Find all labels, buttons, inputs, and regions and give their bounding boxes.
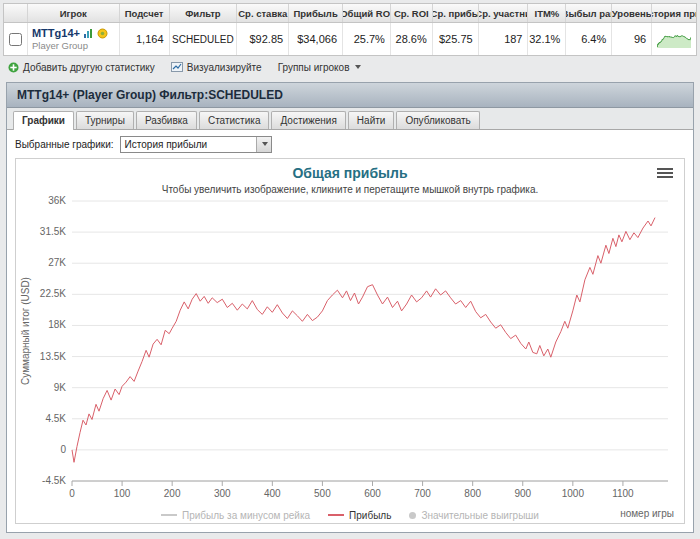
chart-legend: Прибыль за минусом рейка Прибыль Значите… bbox=[16, 507, 684, 523]
tab-find[interactable]: Найти bbox=[348, 111, 395, 129]
col-header-count[interactable]: Подсчет bbox=[120, 4, 170, 22]
svg-text:900: 900 bbox=[514, 488, 531, 499]
plus-icon bbox=[8, 62, 19, 73]
cell-level: 96 bbox=[612, 23, 652, 55]
player-groups-dropdown[interactable]: Группы игроков bbox=[278, 62, 362, 73]
selected-charts-label: Выбранные графики: bbox=[15, 139, 114, 150]
profit-chart-plot[interactable]: -4.5K04.5K9K13.5K18K22.5K27K31.5K36K0100… bbox=[20, 195, 680, 507]
svg-text:100: 100 bbox=[114, 488, 131, 499]
line-marker-icon bbox=[161, 514, 177, 516]
chart-title: Общая прибыль bbox=[16, 159, 684, 181]
chart-select[interactable]: История прибыли bbox=[120, 136, 272, 153]
svg-text:0: 0 bbox=[69, 488, 75, 499]
legend-item-profit-minus-rake[interactable]: Прибыль за минусом рейка bbox=[161, 510, 310, 521]
y-axis-title: Суммарный итог (USD) bbox=[20, 251, 31, 411]
svg-text:9K: 9K bbox=[54, 382, 67, 393]
svg-text:18K: 18K bbox=[48, 319, 66, 330]
add-statistic-label: Добавить другую статистику bbox=[23, 62, 155, 73]
svg-text:400: 400 bbox=[264, 488, 281, 499]
tab-breakdown[interactable]: Разбивка bbox=[136, 111, 197, 129]
chart-select-value: История прибыли bbox=[125, 139, 207, 150]
svg-text:500: 500 bbox=[314, 488, 331, 499]
chart-icon bbox=[83, 28, 94, 39]
svg-text:800: 800 bbox=[464, 488, 481, 499]
cell-itm: 32.1% bbox=[528, 23, 566, 55]
legend-item-significant-wins[interactable]: Значительные выигрыши bbox=[409, 510, 539, 521]
tab-tournaments[interactable]: Турниры bbox=[76, 111, 134, 129]
chevron-down-icon bbox=[355, 65, 361, 69]
player-stats-table: Игрок Подсчет Фильтр Ср. ставка Прибыль … bbox=[3, 3, 697, 56]
player-name[interactable]: MTTg14+ bbox=[32, 27, 80, 39]
cell-count: 1,164 bbox=[120, 23, 170, 55]
chart-menu-icon[interactable] bbox=[657, 168, 673, 180]
chart-subtitle: Чтобы увеличить изображение, кликните и … bbox=[16, 181, 684, 195]
cell-profit: $34,066 bbox=[289, 23, 343, 55]
cell-early-bustout: 6.4% bbox=[566, 23, 612, 55]
col-header-level[interactable]: Уровень bbox=[612, 4, 652, 22]
table-row: MTTg14+ Player Group 1,164 SCHEDULED $92… bbox=[4, 23, 696, 55]
col-header-filter[interactable]: Фильтр bbox=[170, 4, 238, 22]
col-header-avg-entrants[interactable]: Ср. участни bbox=[479, 4, 529, 22]
panel-title: MTTg14+ (Player Group) Фильтр:SCHEDULED bbox=[17, 88, 283, 102]
svg-text:0: 0 bbox=[60, 444, 66, 455]
profit-chart: Общая прибыль Чтобы увеличить изображени… bbox=[15, 158, 685, 524]
legend-item-profit[interactable]: Прибыль bbox=[328, 510, 391, 521]
svg-text:200: 200 bbox=[164, 488, 181, 499]
col-header-early-bustout[interactable]: Выбыл ран bbox=[566, 4, 612, 22]
cell-total-roi: 25.7% bbox=[343, 23, 391, 55]
col-header-total-roi[interactable]: Общий ROI bbox=[343, 4, 391, 22]
tab-achievements[interactable]: Достижения bbox=[271, 111, 345, 129]
col-header-avg-profit[interactable]: Ср. прибы bbox=[433, 4, 479, 22]
svg-text:700: 700 bbox=[414, 488, 431, 499]
visualize-button[interactable]: Визуализируйте bbox=[171, 62, 262, 73]
profit-sparkline bbox=[657, 29, 691, 49]
svg-text:-4.5K: -4.5K bbox=[42, 475, 66, 486]
cell-filter: SCHEDULED bbox=[170, 23, 238, 55]
tab-publish[interactable]: Опубликовать bbox=[396, 111, 479, 129]
svg-text:22.5K: 22.5K bbox=[40, 288, 66, 299]
col-header-itm[interactable]: ITM% bbox=[528, 4, 566, 22]
svg-text:1000: 1000 bbox=[562, 488, 585, 499]
svg-text:13.5K: 13.5K bbox=[40, 351, 66, 362]
tab-charts[interactable]: Графики bbox=[13, 111, 74, 130]
circle-marker-icon bbox=[409, 512, 416, 519]
stats-table-header: Игрок Подсчет Фильтр Ср. ставка Прибыль … bbox=[4, 4, 696, 23]
cell-avg-stake: $92.85 bbox=[237, 23, 289, 55]
cell-avg-profit: $25.75 bbox=[433, 23, 479, 55]
tab-statistics[interactable]: Статистика bbox=[199, 111, 270, 129]
add-statistic-button[interactable]: Добавить другую статистику bbox=[8, 62, 155, 73]
col-header-avg-roi[interactable]: Ср. ROI bbox=[391, 4, 433, 22]
line-marker-icon bbox=[328, 514, 344, 516]
x-axis-title: номер игры bbox=[620, 508, 674, 519]
legend-label: Значительные выигрыши bbox=[421, 510, 539, 521]
legend-label: Прибыль bbox=[349, 510, 391, 521]
col-header-checkbox bbox=[4, 4, 28, 22]
svg-text:300: 300 bbox=[214, 488, 231, 499]
app-window: Игрок Подсчет Фильтр Ср. ставка Прибыль … bbox=[0, 0, 700, 539]
main-panel: MTTg14+ (Player Group) Фильтр:SCHEDULED … bbox=[6, 82, 694, 533]
svg-text:1100: 1100 bbox=[612, 488, 634, 499]
chevron-down-icon bbox=[262, 142, 268, 146]
cell-profit-history bbox=[652, 23, 696, 55]
visualize-icon bbox=[171, 62, 183, 72]
svg-text:600: 600 bbox=[364, 488, 381, 499]
svg-text:31.5K: 31.5K bbox=[40, 226, 66, 237]
legend-label: Прибыль за минусом рейка bbox=[182, 510, 310, 521]
row-checkbox[interactable] bbox=[9, 33, 22, 46]
col-header-avg-stake[interactable]: Ср. ставка bbox=[237, 4, 289, 22]
col-header-profit-history[interactable]: История приб bbox=[652, 4, 696, 22]
col-header-player[interactable]: Игрок bbox=[28, 4, 120, 22]
svg-text:36K: 36K bbox=[48, 195, 66, 206]
panel-header: MTTg14+ (Player Group) Фильтр:SCHEDULED bbox=[7, 83, 693, 108]
cell-avg-entrants: 187 bbox=[479, 23, 529, 55]
toolbar: Добавить другую статистику Визуализируйт… bbox=[0, 56, 700, 78]
player-cell[interactable]: MTTg14+ Player Group bbox=[28, 23, 120, 55]
svg-text:27K: 27K bbox=[48, 257, 66, 268]
col-header-profit[interactable]: Прибыль bbox=[289, 4, 343, 22]
chart-controls: Выбранные графики: История прибыли bbox=[7, 130, 693, 156]
medal-icon bbox=[97, 28, 108, 39]
visualize-label: Визуализируйте bbox=[187, 62, 262, 73]
svg-text:4.5K: 4.5K bbox=[45, 413, 66, 424]
player-type-label: Player Group bbox=[32, 40, 88, 51]
cell-avg-roi: 28.6% bbox=[391, 23, 433, 55]
